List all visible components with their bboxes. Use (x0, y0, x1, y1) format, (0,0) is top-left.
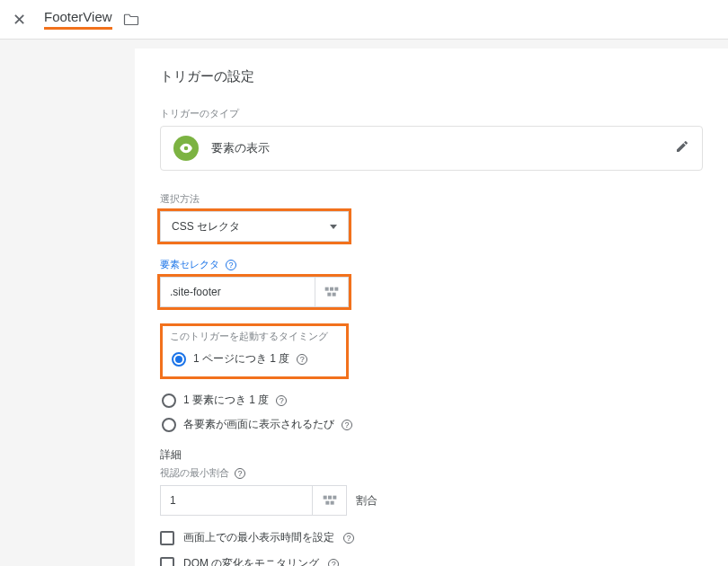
select-method-value: CSS セレクタ (172, 219, 240, 234)
close-icon[interactable]: ✕ (13, 10, 26, 30)
checkbox-icon (160, 531, 174, 545)
checkbox-label: 画面上での最小表示時間を設定 (183, 530, 334, 545)
min-duration-checkbox[interactable]: 画面上での最小表示時間を設定 ? (160, 525, 703, 551)
timing-option-label: 1 ページにつき 1 度 (193, 351, 289, 367)
help-icon[interactable]: ? (343, 533, 354, 544)
help-icon[interactable]: ? (276, 395, 287, 406)
details-block: 詳細 視認の最小割合 ? 割合 (160, 447, 703, 516)
svg-rect-10 (330, 501, 333, 505)
element-selector-block: 要素セレクタ ? (160, 258, 703, 307)
min-pct-input[interactable] (160, 485, 313, 516)
help-icon[interactable]: ? (328, 559, 339, 567)
select-method-label: 選択方法 (160, 192, 703, 206)
svg-rect-6 (323, 496, 326, 500)
timing-block: このトリガーを起動するタイミング 1 ページにつき 1 度 ? 1 要素につき … (160, 323, 703, 437)
svg-rect-2 (330, 287, 333, 291)
checkbox-icon (160, 557, 174, 567)
page-body: トリガーの設定 トリガーのタイプ 要素の表示 選択方法 CSS セレクタ (0, 40, 728, 566)
svg-rect-5 (333, 293, 336, 296)
select-method-dropdown[interactable]: CSS セレクタ (160, 211, 349, 242)
min-pct-row: 割合 (160, 485, 703, 516)
checkbox-label: DOM の変化をモニタリング (183, 556, 319, 566)
radio-icon (162, 394, 176, 408)
variable-picker-icon[interactable] (315, 277, 349, 307)
svg-rect-8 (333, 496, 336, 500)
page-title: FooterView (44, 9, 112, 30)
top-bar: ✕ FooterView (0, 0, 728, 40)
trigger-type-row[interactable]: 要素の表示 (160, 126, 703, 171)
timing-option-once-per-element[interactable]: 1 要素につき 1 度 ? (160, 388, 703, 412)
svg-rect-7 (328, 496, 332, 500)
dom-monitor-checkbox[interactable]: DOM の変化をモニタリング ? (160, 551, 703, 566)
help-icon[interactable]: ? (297, 354, 307, 365)
svg-rect-1 (325, 287, 329, 291)
element-selector-label: 要素セレクタ ? (160, 258, 703, 271)
timing-highlighted: このトリガーを起動するタイミング 1 ページにつき 1 度 ? (160, 323, 349, 379)
min-pct-label: 視認の最小割合 ? (160, 466, 703, 480)
help-icon[interactable]: ? (226, 260, 236, 270)
element-selector-input[interactable] (160, 277, 315, 307)
timing-label: このトリガーを起動するタイミング (170, 330, 339, 343)
trigger-type-label: トリガーのタイプ (160, 107, 703, 120)
svg-rect-3 (334, 287, 338, 291)
folder-icon[interactable] (123, 13, 139, 26)
trigger-type-block: トリガーのタイプ 要素の表示 (160, 107, 703, 171)
section-title: トリガーの設定 (160, 68, 703, 85)
min-pct-suffix: 割合 (356, 493, 377, 509)
detail-checkboxes: 画面上での最小表示時間を設定 ? DOM の変化をモニタリング ? (160, 525, 703, 566)
svg-rect-9 (325, 501, 329, 505)
help-icon[interactable]: ? (235, 468, 245, 479)
edit-icon[interactable] (675, 139, 689, 157)
visibility-icon (173, 136, 199, 161)
timing-option-every-time[interactable]: 各要素が画面に表示されるたび ? (160, 412, 703, 437)
select-method-block: 選択方法 CSS セレクタ (160, 192, 703, 242)
details-heading: 詳細 (160, 447, 703, 463)
svg-point-0 (184, 146, 189, 151)
radio-icon (162, 418, 176, 432)
svg-rect-4 (327, 293, 331, 296)
element-selector-field-wrap (160, 277, 349, 307)
timing-option-label: 1 要素につき 1 度 (183, 393, 269, 408)
config-card: トリガーの設定 トリガーのタイプ 要素の表示 選択方法 CSS セレクタ (135, 49, 728, 566)
timing-option-once-per-page[interactable]: 1 ページにつき 1 度 ? (170, 347, 339, 371)
variable-picker-icon[interactable] (313, 485, 347, 516)
title-wrap: FooterView (44, 9, 139, 30)
trigger-type-value: 要素の表示 (211, 140, 270, 156)
radio-icon (172, 352, 186, 367)
chevron-down-icon (330, 225, 337, 229)
timing-option-label: 各要素が画面に表示されるたび (183, 417, 334, 432)
help-icon[interactable]: ? (342, 420, 352, 430)
